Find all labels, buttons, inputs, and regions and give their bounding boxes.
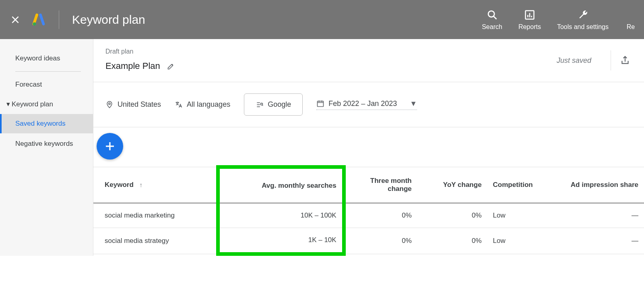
add-keyword-fab[interactable] [97, 133, 123, 160]
edit-plan-button[interactable] [164, 59, 178, 73]
svg-point-3 [488, 11, 494, 17]
cell-three-month: 0% [344, 228, 417, 254]
header-divider [59, 10, 59, 29]
google-ads-logo [31, 12, 46, 27]
col-avg-searches[interactable]: Avg. monthly searches [218, 167, 344, 203]
top-nav: Search Reports Tools and settings Re [482, 9, 637, 31]
caret-down-icon: ▾ [6, 100, 10, 108]
sidebar-item-ideas[interactable]: Keyword ideas [0, 49, 93, 68]
reports-icon [524, 9, 536, 21]
close-icon [10, 15, 21, 25]
network-icon [256, 101, 264, 109]
cell-three-month: 0% [344, 203, 417, 228]
pencil-icon [167, 62, 175, 70]
plan-header: Draft plan Example Plan Just saved [93, 39, 644, 82]
sidebar-item-label: Keyword plan [12, 100, 53, 108]
sidebar-item-saved-keywords[interactable]: Saved keywords [0, 114, 93, 133]
cell-ad-share: — [559, 203, 644, 228]
table-row[interactable]: social media marketing 10K – 100K 0% 0% … [93, 203, 644, 228]
nav-search[interactable]: Search [482, 9, 502, 31]
nav-search-label: Search [482, 23, 502, 31]
plus-icon [104, 140, 116, 152]
cell-keyword: social media strategy [93, 228, 218, 254]
svg-point-13 [261, 103, 263, 105]
language-label: All languages [187, 100, 230, 109]
ads-logo-icon [31, 12, 46, 27]
network-filter[interactable]: Google [244, 93, 303, 116]
cell-avg: 10K – 100K [218, 203, 344, 228]
col-keyword-label: Keyword [105, 181, 134, 189]
location-filter[interactable]: United States [105, 100, 161, 109]
svg-point-2 [33, 22, 36, 25]
col-competition[interactable]: Competition [487, 167, 559, 203]
nav-re[interactable]: Re [625, 9, 637, 31]
app-header: Keyword plan Search Reports Tools and se… [0, 0, 644, 39]
col-keyword[interactable]: Keyword ↑ [93, 167, 218, 203]
sidebar-item-keyword-plan[interactable]: ▾ Keyword plan [0, 94, 93, 114]
action-divider [611, 50, 611, 70]
location-icon [105, 101, 114, 109]
cell-yoy: 0% [417, 228, 487, 254]
nav-reports-label: Reports [518, 23, 541, 31]
cell-ad-share: — [559, 228, 644, 254]
nav-tools[interactable]: Tools and settings [557, 9, 609, 31]
cell-competition: Low [487, 228, 559, 254]
sort-ascending-icon: ↑ [140, 181, 143, 188]
draft-plan-label: Draft plan [105, 48, 557, 55]
sidebar-item-forecast[interactable]: Forecast [0, 75, 93, 94]
col-three-month[interactable]: Three month change [344, 167, 417, 203]
date-range-label: Feb 2022 – Jan 2023 [328, 100, 397, 108]
share-button[interactable] [618, 54, 632, 67]
chevron-down-icon: ▼ [410, 100, 417, 108]
language-icon [175, 101, 183, 109]
main-content: Draft plan Example Plan Just saved Unit [93, 39, 644, 256]
sidebar-separator [15, 71, 81, 72]
location-label: United States [118, 100, 161, 109]
svg-point-9 [109, 103, 110, 104]
network-label: Google [268, 100, 291, 109]
cell-keyword: social media marketing [93, 203, 218, 228]
svg-line-4 [493, 16, 496, 19]
calendar-icon [316, 100, 324, 108]
keywords-table: Keyword ↑ Avg. monthly searches Three mo… [93, 165, 644, 256]
page-title: Keyword plan [72, 13, 482, 27]
just-saved-label: Just saved [557, 56, 591, 65]
plan-name-text: Example Plan [105, 61, 160, 71]
svg-rect-15 [318, 101, 324, 106]
date-range-filter[interactable]: Feb 2022 – Jan 2023 ▼ [316, 100, 417, 110]
filter-bar: United States All languages Google Feb 2… [93, 82, 644, 127]
cell-avg: 1K – 10K [218, 228, 344, 254]
share-icon [620, 55, 630, 66]
sidebar-item-negative-keywords[interactable]: Negative keywords [0, 133, 93, 154]
col-yoy[interactable]: YoY change [417, 167, 487, 203]
col-ad-share[interactable]: Ad impression share [559, 167, 644, 203]
nav-tools-label: Tools and settings [557, 23, 609, 31]
cell-yoy: 0% [417, 203, 487, 228]
wrench-icon [577, 9, 589, 21]
nav-re-label: Re [627, 23, 635, 31]
svg-line-14 [262, 105, 263, 106]
search-icon [486, 9, 498, 21]
refresh-icon [625, 9, 637, 21]
table-row[interactable]: social media strategy 1K – 10K 0% 0% Low… [93, 228, 644, 254]
language-filter[interactable]: All languages [175, 100, 230, 109]
close-button[interactable] [7, 12, 23, 28]
sidebar: Keyword ideas Forecast ▾ Keyword plan Sa… [0, 39, 93, 256]
nav-reports[interactable]: Reports [518, 9, 541, 31]
cell-competition: Low [487, 203, 559, 228]
